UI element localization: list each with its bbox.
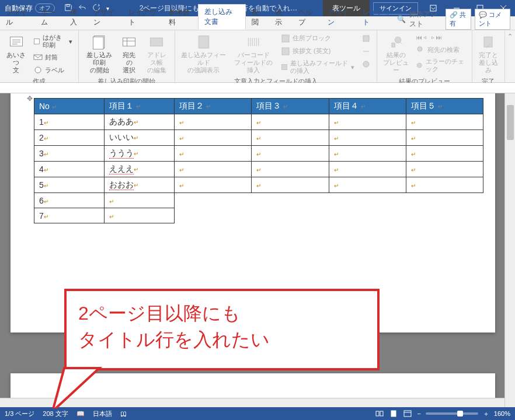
table-row: 4↵えええ↵↵↵↵↵ [34, 162, 483, 177]
ribbon: あいさつ 文 はがき印刷 ▾ 封筒 ラベル 作成 差し込み印刷 の開始 宛先の … [0, 30, 515, 83]
insert-merge-field-button: 差し込みフィールドの挿入 ▾ [280, 58, 356, 76]
callout-box: 2ページ目以降にも タイトル行を入れたい [64, 289, 380, 370]
tab-mailings[interactable]: 差し込み文書 [198, 4, 246, 30]
table-anchor-icon[interactable]: ✥ [27, 94, 33, 103]
finish-merge-button: 完了と 差し込み [477, 33, 500, 76]
svg-point-18 [417, 47, 422, 51]
callout-pointer-icon [53, 365, 123, 408]
highlight-fields-button: 差し込みフィールド の強調表示 [180, 33, 228, 76]
th-no: No↵ [34, 99, 105, 114]
zoom-level[interactable]: 160% [494, 410, 510, 417]
table-row: 2↵いいい↵↵↵↵↵ [34, 130, 483, 146]
svg-rect-22 [376, 411, 379, 416]
check-errors-button: エラーのチェック [415, 57, 467, 74]
search-icon: 🔍 [397, 15, 406, 23]
tab-layout[interactable]: レイアウト [123, 5, 163, 30]
svg-rect-24 [391, 411, 396, 416]
table-row: 6↵↵ [34, 193, 483, 208]
ruler[interactable] [0, 83, 515, 93]
accessibility-icon[interactable]: 🕮 [120, 410, 127, 417]
table-row: 7↵↵ [34, 208, 483, 223]
edit-recipients-button: アドレス帳 の編集 [143, 33, 170, 76]
greeting-line-button: 挨拶文 (英文) [280, 46, 356, 57]
tab-home[interactable]: ホーム [35, 5, 64, 30]
barcode-button: バーコード フィールドの挿入 [232, 33, 275, 76]
svg-marker-21 [53, 368, 99, 408]
find-recipient-button: 宛先の検索 [415, 44, 467, 55]
start-mailmerge-button[interactable]: 差し込み印刷 の開始 [83, 33, 115, 76]
svg-point-15 [363, 61, 369, 67]
tab-design[interactable]: デザイン [88, 5, 123, 30]
th-4: 項目４↵ [329, 99, 406, 114]
svg-rect-25 [404, 411, 411, 416]
collapse-ribbon-icon[interactable]: ⌃ [505, 30, 515, 82]
group-write-fields: 差し込みフィールド の強調表示 バーコード フィールドの挿入 住所ブロック 挨拶… [175, 30, 377, 82]
callout-line1: 2ページ目以降にも [78, 300, 366, 327]
svg-point-19 [417, 63, 422, 68]
group-create: あいさつ 文 はがき印刷 ▾ 封筒 ラベル 作成 [0, 30, 79, 82]
callout-line2: タイトル行を入れたい [78, 327, 366, 353]
tab-view[interactable]: 表示 [269, 5, 293, 30]
table-row: 1↵あああ↵↵↵↵↵ [34, 114, 483, 130]
tell-me-label[interactable]: 操作アシスト [409, 9, 441, 29]
zoom-out-icon[interactable]: − [417, 410, 420, 417]
tab-insert[interactable]: 挿入 [64, 5, 88, 30]
tab-table-design[interactable]: デザイン [322, 5, 357, 30]
rules-button [360, 33, 372, 44]
callout: 2ページ目以降にも タイトル行を入れたい [64, 289, 380, 370]
table-header-row[interactable]: No↵ 項目１↵ 項目２↵ 項目３↵ 項目４↵ 項目５↵ [34, 99, 483, 114]
th-2: 項目２↵ [175, 99, 252, 114]
aisatsu-button[interactable]: あいさつ 文 [5, 33, 27, 76]
print-layout-icon[interactable] [389, 409, 398, 418]
svg-rect-3 [10, 37, 22, 46]
svg-rect-10 [151, 38, 163, 46]
address-block-button: 住所ブロック [280, 33, 356, 44]
document-area[interactable]: ✥ No↵ 項目１↵ 項目２↵ 項目３↵ 項目４↵ 項目５↵ 1↵あああ↵↵↵↵… [0, 93, 515, 408]
update-labels-button [360, 58, 372, 70]
svg-rect-8 [93, 37, 104, 49]
svg-rect-12 [282, 35, 289, 42]
select-recipients-button[interactable]: 宛先の 選択 [120, 33, 138, 76]
read-mode-icon[interactable] [375, 409, 384, 418]
match-fields-button [360, 46, 372, 57]
preview-results-button: 結果の プレビュー [382, 33, 410, 76]
svg-point-6 [35, 67, 41, 73]
svg-rect-4 [34, 39, 40, 44]
svg-rect-20 [484, 37, 492, 47]
tab-review[interactable]: 校閲 [246, 5, 269, 30]
th-3: 項目３↵ [252, 99, 329, 114]
word-count[interactable]: 208 文字 [43, 410, 68, 418]
svg-rect-14 [281, 65, 287, 70]
share-button[interactable]: 🔗 共有 [446, 9, 471, 30]
tab-help[interactable]: ヘルプ [293, 5, 322, 30]
table-page1[interactable]: No↵ 項目１↵ 項目２↵ 項目３↵ 項目４↵ 項目５↵ 1↵あああ↵↵↵↵↵ … [34, 98, 483, 223]
ribbon-tabs: ファイル ホーム 挿入 デザイン レイアウト 参考資料 差し込み文書 校閲 表示… [0, 16, 515, 30]
svg-rect-23 [380, 411, 383, 416]
page-indicator[interactable]: 1/3 ページ [5, 410, 34, 418]
tab-table-layout[interactable]: レイアウト [357, 5, 398, 30]
table-row: 5↵おおお↵↵↵↵↵ [34, 177, 483, 193]
svg-rect-9 [123, 38, 135, 46]
group-preview: 結果の プレビュー ⏮◁ ▷⏭ 宛先の検索 エラーのチェック 結果のプレビュー [377, 30, 472, 82]
language-indicator[interactable]: 日本語 [93, 410, 112, 418]
tab-file[interactable]: ファイル [0, 5, 35, 30]
group-finish: 完了と 差し込み 完了 [472, 30, 505, 82]
th-5: 項目５↵ [406, 99, 483, 114]
tab-references[interactable]: 参考資料 [163, 5, 198, 30]
comment-button[interactable]: 💬 コメント [475, 9, 510, 30]
th-1: 項目１↵ [105, 99, 175, 114]
spellcheck-icon[interactable]: 📖 [76, 410, 85, 418]
svg-rect-16 [392, 43, 395, 47]
svg-rect-13 [282, 48, 289, 55]
nav-buttons: ⏮◁ ▷⏭ [415, 33, 467, 43]
zoom-slider[interactable] [426, 412, 478, 415]
fuutou-button[interactable]: 封筒 [32, 51, 74, 63]
svg-rect-11 [199, 36, 209, 48]
hagaki-button[interactable]: はがき印刷 ▾ [32, 33, 74, 50]
label-button[interactable]: ラベル [32, 64, 74, 76]
web-layout-icon[interactable] [403, 409, 412, 418]
status-bar: 1/3 ページ 208 文字 📖 日本語 🕮 − ＋ 160% [0, 407, 515, 420]
vertical-scrollbar[interactable] [504, 93, 515, 408]
group-start-mailmerge: 差し込み印刷 の開始 宛先の 選択 アドレス帳 の編集 差し込み印刷の開始 [79, 30, 175, 82]
zoom-in-icon[interactable]: ＋ [483, 410, 489, 418]
